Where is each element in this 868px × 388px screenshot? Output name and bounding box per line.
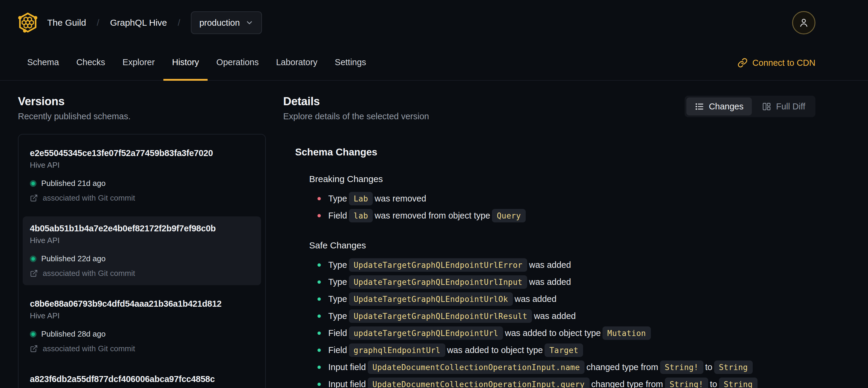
version-service: Hive API: [30, 387, 254, 388]
view-toggle: Changes Full Diff: [685, 96, 815, 117]
hive-logo-icon[interactable]: [17, 12, 38, 34]
git-commit-label: associated with Git commit: [43, 193, 135, 203]
target-selector-value: production: [199, 18, 240, 28]
details-title: Details: [283, 95, 429, 108]
code-chip: Target: [545, 344, 583, 357]
code-chip: UpdateTargetGraphQLEndpointUrlInput: [349, 275, 527, 289]
version-hash: c8b6e88a06793b9c4dfd54aaa21b36a1b421d812: [30, 299, 254, 309]
code-chip: lab: [349, 209, 373, 222]
details-heading-block: Details Explore details of the selected …: [283, 95, 429, 121]
versions-panel: Versions Recently published schemas. e2e…: [18, 95, 266, 388]
breaking-changes-list: Type Lab was removedField lab was remove…: [317, 190, 815, 224]
version-published-status: Published 28d ago: [30, 329, 254, 339]
code-chip: Query: [492, 209, 526, 222]
tab-explorer[interactable]: Explorer: [114, 46, 163, 81]
external-link-icon: [30, 345, 38, 353]
details-subtitle: Explore details of the selected version: [283, 112, 429, 121]
app-root: The Guild / GraphQL Hive / production Sc…: [0, 0, 868, 388]
change-row: Type UpdateTargetGraphQLEndpointUrlError…: [317, 257, 815, 273]
code-chip: Mutation: [602, 326, 651, 340]
version-list-item[interactable]: e2e55045345ce13fe07f52a77459b83fa3fe7020…: [23, 141, 261, 210]
change-row: Type Lab was removed: [317, 190, 815, 207]
change-bullet: [317, 349, 321, 352]
version-service: Hive API: [30, 311, 254, 321]
published-label: Published 22d ago: [41, 254, 105, 263]
change-bullet: [317, 315, 321, 318]
code-chip: graphqlEndpointUrl: [349, 344, 445, 357]
connect-cdn-label: Connect to CDN: [752, 58, 815, 68]
target-selector[interactable]: production: [191, 11, 262, 34]
code-chip: String: [719, 378, 757, 388]
changes-view-label: Changes: [709, 101, 743, 112]
code-chip: String!: [660, 360, 704, 374]
nav-tabs: SchemaChecksExplorerHistoryOperationsLab…: [19, 46, 375, 80]
chevron-down-icon: [245, 19, 254, 27]
tab-operations[interactable]: Operations: [208, 46, 267, 81]
tab-history[interactable]: History: [163, 46, 208, 81]
change-bullet: [317, 297, 321, 301]
change-bullet: [317, 214, 321, 217]
versions-subtitle: Recently published schemas.: [18, 112, 266, 121]
change-row: Input field UpdateDocumentCollectionOper…: [317, 376, 815, 388]
breadcrumb-separator: /: [97, 18, 99, 28]
user-avatar[interactable]: [792, 11, 815, 34]
version-published-status: Published 22d ago: [30, 254, 254, 263]
safe-changes-list: Type UpdateTargetGraphQLEndpointUrlError…: [317, 257, 815, 388]
tab-bar: SchemaChecksExplorerHistoryOperationsLab…: [0, 46, 868, 81]
version-list: e2e55045345ce13fe07f52a77459b83fa3fe7020…: [18, 134, 266, 388]
published-label: Published 21d ago: [41, 179, 105, 188]
change-bullet: [317, 197, 321, 200]
change-bullet: [317, 365, 321, 369]
change-bullet: [317, 331, 321, 335]
details-panel: Details Explore details of the selected …: [283, 95, 868, 388]
versions-title: Versions: [18, 95, 266, 108]
version-published-status: Published 21d ago: [30, 179, 254, 188]
change-row: Type UpdateTargetGraphQLEndpointUrlResul…: [317, 307, 815, 325]
version-hash: e2e55045345ce13fe07f52a77459b83fa3fe7020: [30, 148, 254, 158]
breadcrumb-org[interactable]: The Guild: [47, 18, 86, 28]
status-dot: [30, 256, 36, 262]
version-list-item[interactable]: 4b05ab51b1b4a7e2e4b0ef82172f2b9f7ef98c0b…: [23, 216, 261, 285]
safe-changes-group: Safe ChangesType UpdateTargetGraphQLEndp…: [309, 240, 815, 388]
git-commit-link[interactable]: associated with Git commit: [30, 344, 254, 353]
code-chip: updateTargetGraphQLEndpointUrl: [349, 326, 503, 340]
full-diff-view-button[interactable]: Full Diff: [753, 97, 814, 115]
change-bullet: [317, 383, 321, 386]
change-row: Type UpdateTargetGraphQLEndpointUrlInput…: [317, 273, 815, 291]
main-content: Versions Recently published schemas. e2e…: [0, 81, 868, 388]
status-dot: [30, 180, 36, 187]
code-chip: UpdateDocumentCollectionOperationInput.n…: [368, 360, 585, 374]
code-chip: UpdateDocumentCollectionOperationInput.q…: [368, 378, 590, 388]
change-row: Type UpdateTargetGraphQLEndpointUrlOk wa…: [317, 291, 815, 307]
git-commit-label: associated with Git commit: [43, 269, 135, 278]
tab-laboratory[interactable]: Laboratory: [267, 46, 326, 81]
connect-cdn-link[interactable]: Connect to CDN: [738, 58, 815, 68]
code-chip: Lab: [349, 192, 373, 205]
details-header: Details Explore details of the selected …: [283, 95, 815, 121]
version-list-item[interactable]: a823f6db2a55df877dcf406006abca97fcc4858c…: [23, 367, 261, 388]
git-commit-link[interactable]: associated with Git commit: [30, 269, 254, 278]
git-commit-label: associated with Git commit: [43, 344, 135, 353]
change-bullet: [317, 280, 321, 284]
safe-changes-title: Safe Changes: [309, 240, 815, 250]
tab-settings[interactable]: Settings: [326, 46, 375, 81]
code-chip: UpdateTargetGraphQLEndpointUrlOk: [349, 292, 513, 306]
breaking-changes-group: Breaking ChangesType Lab was removedFiel…: [309, 174, 815, 224]
person-icon: [798, 17, 810, 29]
tab-schema[interactable]: Schema: [19, 46, 67, 81]
changes-view-button[interactable]: Changes: [686, 97, 752, 115]
version-list-item[interactable]: c8b6e88a06793b9c4dfd54aaa21b36a1b421d812…: [23, 292, 261, 360]
breadcrumb-project[interactable]: GraphQL Hive: [110, 18, 167, 28]
change-row: Field graphqlEndpointUrl was added to ob…: [317, 342, 815, 359]
schema-changes-title: Schema Changes: [295, 147, 815, 158]
tab-checks[interactable]: Checks: [67, 46, 114, 81]
change-row: Field updateTargetGraphQLEndpointUrl was…: [317, 325, 815, 342]
git-commit-link[interactable]: associated with Git commit: [30, 193, 254, 203]
code-chip: UpdateTargetGraphQLEndpointUrlError: [349, 258, 527, 272]
change-row: Input field UpdateDocumentCollectionOper…: [317, 359, 815, 376]
breaking-changes-title: Breaking Changes: [309, 174, 815, 184]
external-link-icon: [30, 269, 38, 277]
published-label: Published 28d ago: [41, 329, 105, 339]
code-chip: String: [714, 360, 753, 374]
change-groups: Breaking ChangesType Lab was removedFiel…: [295, 174, 815, 388]
